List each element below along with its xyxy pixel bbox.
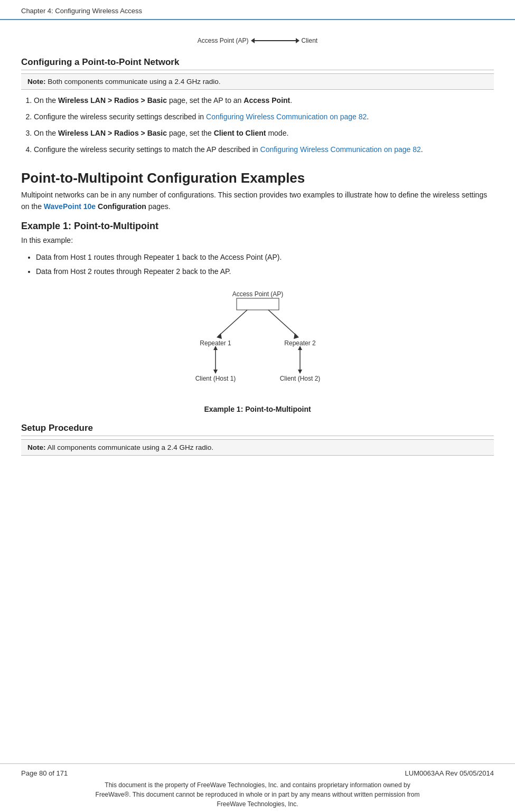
bidirectional-arrow — [251, 38, 299, 43]
diagram-caption: Example 1: Point-to-Multipoint — [21, 405, 494, 413]
bullet-2: Data from Host 2 routes through Repeater… — [36, 266, 494, 277]
svg-r1-label: Repeater 1 — [200, 339, 231, 347]
multipoint-svg: Access Point (AP) Repeater 1 Repeater 2 — [168, 285, 348, 401]
step3-bold1: Wireless LAN > Radios > Basic — [58, 129, 167, 137]
chapter-title: Chapter 4: Configuring Wireless Access — [21, 7, 142, 15]
arrow-right-icon — [296, 38, 299, 43]
step-2: Configure the wireless security settings… — [34, 111, 494, 122]
multipoint-intro: Multipoint networks can be in any number… — [21, 190, 494, 212]
note-text-1: Both components communicate using a 2.4 … — [46, 78, 221, 86]
client-label: Client — [302, 37, 318, 44]
note-text-2: All components communicate using a 2.4 G… — [46, 443, 213, 451]
note-label-2: Note: — [27, 443, 46, 451]
footer-disclaimer: This document is the property of FreeWav… — [21, 780, 494, 809]
main-content: Access Point (AP) Client Configuring a P… — [0, 20, 515, 763]
page-header: Chapter 4: Configuring Wireless Access — [0, 0, 515, 20]
example1-intro: In this example: — [21, 235, 494, 247]
svg-line-ap-r2 — [268, 310, 297, 336]
svg-r2-label: Repeater 2 — [284, 339, 316, 347]
ap-client-diagram-container: Access Point (AP) Client — [21, 36, 494, 44]
example1-bullets: Data from Host 1 routes through Repeater… — [36, 252, 494, 277]
step-3: On the Wireless LAN > Radios > Basic pag… — [34, 128, 494, 139]
multipoint-heading: Point-to-Multipoint Configuration Exampl… — [21, 170, 494, 186]
svg-ap-label: Access Point (AP) — [232, 290, 283, 298]
steps-list: On the Wireless LAN > Radios > Basic pag… — [34, 95, 494, 155]
example1-heading: Example 1: Point-to-Multipoint — [21, 221, 494, 232]
setup-procedure-heading: Setup Procedure — [21, 423, 494, 436]
ap-client-diagram: Access Point (AP) Client — [198, 37, 317, 44]
note-label-1: Note: — [27, 78, 46, 86]
step-1: On the Wireless LAN > Radios > Basic pag… — [34, 95, 494, 106]
svg-line-ap-r1 — [218, 310, 247, 336]
step3-bold2: Client to Client — [214, 129, 266, 137]
svg-arrow-r1-down — [213, 370, 218, 374]
bullet-1: Data from Host 1 routes through Repeater… — [36, 252, 494, 263]
step1-bold2: Access Point — [244, 96, 290, 105]
wavepoint-brand: WavePoint 10e — [44, 202, 96, 211]
svg-arrow-r2-down — [298, 370, 302, 374]
page-container: Chapter 4: Configuring Wireless Access A… — [0, 0, 515, 812]
configuration-bold: Configuration — [98, 202, 146, 211]
ap-label: Access Point (AP) — [198, 37, 249, 44]
page-info: Page 80 of 171 — [21, 769, 68, 777]
arrow-shaft — [254, 40, 296, 41]
multipoint-diagram: Access Point (AP) Repeater 1 Repeater 2 — [21, 285, 494, 401]
step-4: Configure the wireless security settings… — [34, 144, 494, 155]
point-to-point-heading: Configuring a Point-to-Point Network — [21, 57, 494, 70]
svg-ap-box — [237, 298, 279, 310]
svg-c2-label: Client (Host 2) — [279, 375, 320, 382]
svg-c1-label: Client (Host 1) — [195, 375, 236, 382]
step1-bold1: Wireless LAN > Radios > Basic — [58, 96, 167, 105]
note-box-2: Note: All components communicate using a… — [21, 439, 494, 456]
footer-top-row: Page 80 of 171 LUM0063AA Rev 05/05/2014 — [21, 769, 494, 777]
step2-link[interactable]: Configuring Wireless Communication on pa… — [206, 112, 367, 121]
page-footer: Page 80 of 171 LUM0063AA Rev 05/05/2014 … — [0, 763, 515, 812]
step4-link[interactable]: Configuring Wireless Communication on pa… — [260, 145, 421, 154]
doc-ref: LUM0063AA Rev 05/05/2014 — [405, 769, 494, 777]
note-box-1: Note: Both components communicate using … — [21, 73, 494, 90]
multipoint-intro3: pages. — [146, 202, 171, 211]
